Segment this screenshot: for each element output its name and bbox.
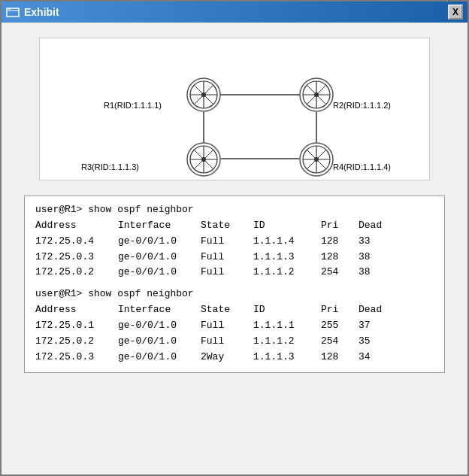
svg-text:A: A (8, 7, 11, 11)
header-row-2: Address Interface State ID Pri Dead (35, 302, 434, 318)
title-bar: A Exhibit X (2, 2, 467, 23)
command-2: user@R1> show ospf neighbor (35, 288, 434, 299)
exhibit-window: A Exhibit X (0, 0, 469, 476)
col-header-dead-2: Dead (359, 302, 389, 318)
close-button[interactable]: X (448, 5, 463, 20)
window-title: Exhibit (24, 6, 59, 18)
header-row-1: Address Interface State ID Pri Dead (35, 218, 434, 234)
col-header-interface-1: Interface (118, 218, 201, 234)
table-row: 172.25.0.3 ge-0/0/1.0 Full 1.1.1.3 128 3… (35, 250, 434, 265)
col-header-state-1: State (201, 218, 253, 234)
col-header-pri-2: Pri (321, 302, 359, 318)
svg-point-20 (314, 92, 319, 97)
app-icon: A (6, 5, 20, 19)
r3-label: R3(RID:1.1.1.3) (81, 162, 139, 171)
col-header-id-2: ID (253, 302, 321, 318)
diagram-svg: R1(RID:1.1.1.1) R2(RID:1.1.1.2) (40, 38, 431, 181)
col-header-state-2: State (201, 302, 253, 318)
svg-point-13 (201, 92, 206, 97)
svg-point-34 (314, 157, 319, 162)
col-header-address-1: Address (35, 218, 118, 234)
command-1: user@R1> show ospf neighbor (35, 204, 434, 215)
col-header-id-1: ID (253, 218, 321, 234)
table-row: 172.25.0.4 ge-0/0/1.0 Full 1.1.1.4 128 3… (35, 234, 434, 250)
ospf-tables: user@R1> show ospf neighbor Address Inte… (24, 196, 445, 373)
table-row: 172.25.0.3 ge-0/0/1.0 2Way 1.1.1.3 128 3… (35, 350, 434, 365)
title-bar-left: A Exhibit (6, 5, 59, 19)
col-header-interface-2: Interface (118, 302, 201, 318)
router-r2 (300, 78, 333, 111)
router-r1 (187, 78, 220, 111)
table-row: 172.25.0.1 ge-0/0/1.0 Full 1.1.1.1 255 3… (35, 318, 434, 334)
router-r3 (187, 143, 220, 176)
col-header-dead-1: Dead (359, 218, 389, 234)
col-header-pri-1: Pri (321, 218, 359, 234)
svg-point-27 (201, 157, 206, 162)
table-row: 172.25.0.2 ge-0/0/1.0 Full 1.1.1.2 254 3… (35, 334, 434, 350)
col-header-address-2: Address (35, 302, 118, 318)
r2-label: R2(RID:1.1.1.2) (333, 101, 391, 110)
router-r4 (300, 143, 333, 176)
network-diagram: R1(RID:1.1.1.1) R2(RID:1.1.1.2) (39, 38, 430, 180)
table-row: 172.25.0.2 ge-0/0/1.0 Full 1.1.1.2 254 3… (35, 265, 434, 280)
content-area: R1(RID:1.1.1.1) R2(RID:1.1.1.2) (2, 23, 467, 474)
r1-label: R1(RID:1.1.1.1) (104, 101, 162, 110)
r4-label: R4(RID:1.1.1.4) (333, 162, 391, 171)
